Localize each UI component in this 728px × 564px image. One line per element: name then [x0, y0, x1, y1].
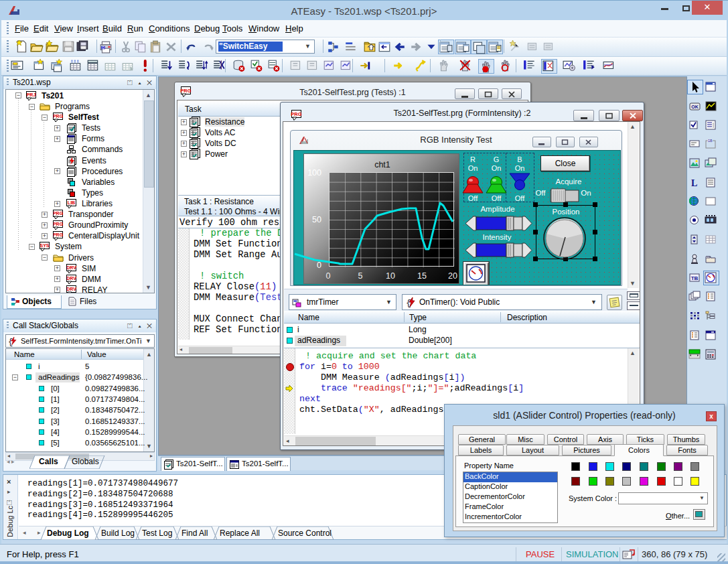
svg-text:PRG: PRG: [53, 232, 64, 237]
svg-text:PRJ: PRJ: [27, 92, 36, 97]
svg-text:PRG: PRG: [53, 211, 64, 216]
svg-text:DRV: DRV: [66, 265, 76, 270]
svg-text:PRG: PRG: [53, 114, 64, 119]
svg-text:LIB: LIB: [68, 200, 75, 205]
svg-text:DRV: DRV: [66, 276, 76, 281]
svg-text:PRG: PRG: [53, 222, 64, 226]
svg-text:TB: TB: [691, 275, 699, 281]
svg-text:SYS: SYS: [40, 243, 49, 248]
svg-text:GB: GB: [707, 139, 713, 143]
svg-text:{: {: [8, 338, 13, 346]
svg-text:L: L: [691, 178, 697, 188]
svg-text:OK: OK: [691, 104, 699, 109]
svg-text:DRV: DRV: [66, 287, 76, 291]
svg-text:D: D: [102, 46, 104, 50]
